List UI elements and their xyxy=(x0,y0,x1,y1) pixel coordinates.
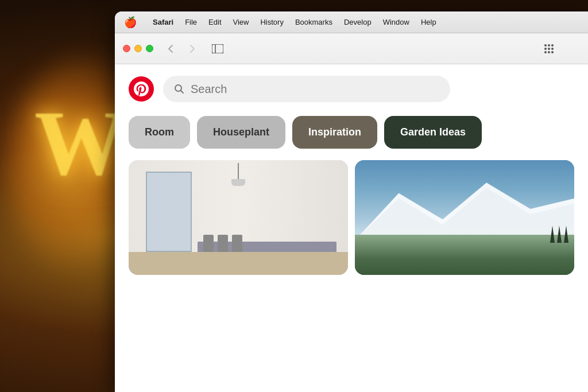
svg-point-5 xyxy=(544,48,547,50)
svg-point-6 xyxy=(548,48,550,50)
close-button[interactable] xyxy=(123,45,130,52)
category-row: Room Houseplant Inspiration Garden Ideas xyxy=(115,111,588,160)
bar-stool-1 xyxy=(203,235,214,252)
svg-rect-0 xyxy=(212,44,223,53)
category-inspiration[interactable]: Inspiration xyxy=(292,116,377,149)
search-placeholder-text: Search xyxy=(191,83,227,96)
pinterest-logo-icon xyxy=(134,81,149,96)
sidebar-toggle-button[interactable] xyxy=(208,41,227,57)
category-houseplant[interactable]: Houseplant xyxy=(197,116,285,149)
menu-edit[interactable]: Edit xyxy=(203,11,227,33)
pinterest-header: Search xyxy=(115,64,588,111)
tree-1 xyxy=(550,226,555,243)
new-tab-button[interactable] xyxy=(541,41,557,57)
monitor-inner: 🍎 Safari File Edit View History Bookmark… xyxy=(115,11,588,392)
bar-stool-2 xyxy=(218,235,228,252)
menu-file[interactable]: File xyxy=(179,11,203,33)
image-grid xyxy=(115,160,588,392)
traffic-lights xyxy=(123,45,153,52)
svg-point-4 xyxy=(551,44,554,46)
pinterest-logo[interactable] xyxy=(129,76,154,102)
menu-history[interactable]: History xyxy=(254,11,289,33)
svg-point-9 xyxy=(548,51,550,53)
back-button[interactable] xyxy=(163,41,179,57)
tree-3 xyxy=(564,226,568,243)
menu-view[interactable]: View xyxy=(227,11,255,33)
search-icon xyxy=(173,83,185,95)
monitor-frame: 🍎 Safari File Edit View History Bookmark… xyxy=(115,11,588,392)
menu-bookmarks[interactable]: Bookmarks xyxy=(289,11,338,33)
mountain-peaks-svg xyxy=(355,177,574,240)
forward-button[interactable] xyxy=(184,41,200,57)
search-bar[interactable]: Search xyxy=(163,76,450,102)
menu-safari[interactable]: Safari xyxy=(147,11,179,33)
bar-stool-3 xyxy=(232,235,242,252)
svg-point-8 xyxy=(544,51,547,53)
svg-point-2 xyxy=(544,44,547,46)
maximize-button[interactable] xyxy=(146,45,153,52)
category-room[interactable]: Room xyxy=(129,116,190,149)
grid-column-2 xyxy=(355,160,574,392)
tree-2 xyxy=(557,226,562,243)
svg-point-10 xyxy=(551,51,554,53)
svg-marker-14 xyxy=(355,188,574,240)
interior-door xyxy=(146,172,192,252)
svg-point-3 xyxy=(548,44,550,46)
browser-content: Search Room Houseplant Inspiration Garde… xyxy=(115,64,588,392)
letter-w-display: W xyxy=(34,98,126,189)
menu-window[interactable]: Window xyxy=(377,11,415,33)
macos-menu-bar: 🍎 Safari File Edit View History Bookmark… xyxy=(115,11,588,33)
minimize-button[interactable] xyxy=(134,45,142,52)
svg-point-7 xyxy=(551,48,554,50)
mountain-ground xyxy=(355,235,574,275)
svg-line-12 xyxy=(181,91,184,94)
menu-help[interactable]: Help xyxy=(415,11,442,33)
category-garden-ideas[interactable]: Garden Ideas xyxy=(384,116,482,149)
interior-floor xyxy=(129,252,348,275)
grid-column-1 xyxy=(129,160,348,392)
mountain-image[interactable] xyxy=(355,160,574,275)
menu-develop[interactable]: Develop xyxy=(338,11,377,33)
apple-menu[interactable]: 🍎 xyxy=(124,16,137,29)
ceiling-lamp-wire xyxy=(238,163,239,180)
ceiling-lamp-shade xyxy=(231,179,245,186)
browser-toolbar xyxy=(115,33,588,64)
interior-image[interactable] xyxy=(129,160,348,275)
mountain-trees xyxy=(550,226,568,243)
